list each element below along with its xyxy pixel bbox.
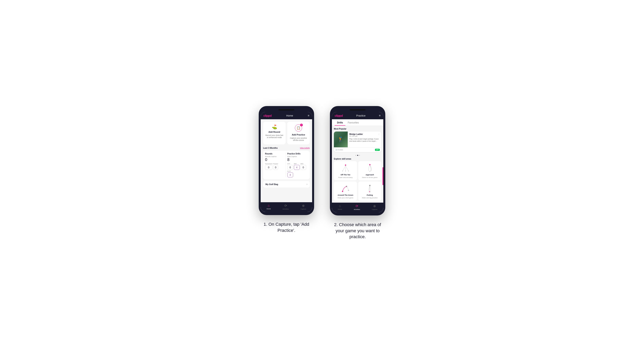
dots-indicator (334, 154, 381, 157)
ott-value: 0 (288, 166, 292, 169)
phone1-notch (278, 109, 294, 110)
drill-star-icon[interactable]: ☆ (378, 133, 380, 135)
practice-label: Practice (273, 163, 278, 165)
drill-name: Wedge Ladder (349, 133, 363, 135)
phone2-nav-capture[interactable]: ⊕ Capture (372, 204, 378, 210)
drills-capture-label: Drills Capture (288, 156, 306, 158)
stats-section-header: Last 3 Months View Activity (263, 147, 310, 149)
practice-content: Drills Favourites Most Popular 🏌️ (332, 119, 383, 203)
phone1-section: clippd Home ≡ ⛳ Add Round Record your sh… (259, 106, 314, 234)
svg-line-1 (342, 166, 346, 171)
my-golf-bag[interactable]: My Golf Bag › (263, 181, 310, 188)
drill-thumbnail: 🏌️ (334, 132, 348, 147)
stats-row: Rounds Rounds Capture 0 Tournament 0 (265, 153, 308, 177)
putt-value: 4 (288, 173, 292, 176)
add-round-desc: Record your shots fast or enhanced mode (265, 134, 284, 139)
ott-box: 0 (288, 165, 293, 170)
capture-nav-label: Capture (301, 208, 306, 210)
practice-box: 0 (273, 165, 278, 170)
tournament-label: Tournament (265, 163, 272, 165)
phone1-title: Home (286, 114, 293, 117)
svg-point-0 (345, 165, 346, 166)
drill-golfer-icon: 🏌️ (338, 137, 344, 142)
rounds-mini-grid: Tournament 0 Practice 0 (265, 163, 284, 170)
rounds-title: Rounds (265, 153, 284, 155)
putt-box: 4 (288, 173, 293, 177)
skill-card-around-the-green[interactable]: Around The Green Hone your short game (334, 181, 357, 201)
phone2-activities-nav-icon: ⟳ (356, 204, 358, 208)
phone2-menu-icon[interactable]: ≡ (379, 114, 380, 117)
rounds-col: Rounds Rounds Capture 0 Tournament 0 (265, 153, 286, 177)
add-practice-desc: Capture your practice off-the-course (289, 137, 308, 142)
view-activity-link[interactable]: View Activity (300, 147, 310, 149)
skill-desc-atg: Hone your short game (338, 197, 353, 199)
svg-point-7 (369, 164, 370, 165)
rounds-capture-value: 0 (265, 158, 284, 162)
add-practice-card[interactable]: 📋 ! Add Practice Capture your practice o… (287, 122, 310, 144)
accent-bar (382, 167, 383, 185)
phone2-frame: clippd Practice ≡ Drills Favourites Most… (330, 106, 385, 215)
stats-card: Rounds Rounds Capture 0 Tournament 0 (263, 151, 310, 179)
phone1-header: clippd Home ≡ (261, 112, 312, 119)
skill-card-approach[interactable]: Approach Dial-in to hit the green (358, 161, 381, 180)
drill-card-inner: 🏌️ Wedge Ladder ☆ 50–100 yds Play 1 shot… (334, 132, 381, 147)
practice-badge: ! (300, 124, 303, 126)
svg-point-13 (369, 191, 370, 192)
capture-nav-icon: ⊕ (302, 204, 304, 207)
skill-desc-putting: Make and lag practice (362, 197, 378, 199)
skill-name-putting: Putting (367, 194, 373, 196)
chevron-right-icon: › (306, 183, 307, 186)
putt-label: PUTT (288, 171, 293, 172)
featured-drill-card[interactable]: 🏌️ Wedge Ladder ☆ 50–100 yds Play 1 shot… (334, 132, 381, 152)
phone2-capture-nav-icon: ⊕ (373, 204, 376, 208)
svg-point-4 (342, 171, 343, 172)
drills-col: Practice Drills Drills Capture 8 OTT 0 (288, 153, 308, 177)
add-practice-icon: 📋 (296, 126, 300, 130)
phone1-menu-icon[interactable]: ≡ (308, 114, 309, 117)
skill-card-putting[interactable]: Putting Make and lag practice (358, 181, 381, 201)
off-the-tee-diagram (340, 163, 350, 173)
drills-capture-value: 8 (288, 158, 306, 162)
tab-favourites[interactable]: Favourites (345, 119, 361, 126)
add-practice-title: Add Practice (292, 134, 305, 136)
phone2-nav-activities[interactable]: ⟳ Activities (354, 204, 360, 210)
dot-2 (357, 155, 358, 156)
skill-card-off-the-tee[interactable]: Off The Tee Power and accuracy (334, 161, 357, 180)
drill-footer: 🕐 9 shots APP (334, 147, 381, 152)
shots-count-text: 9 shots (338, 149, 343, 151)
svg-line-3 (346, 166, 348, 171)
my-golf-bag-title: My Golf Bag (266, 183, 278, 185)
skill-name-approach: Approach (366, 174, 374, 176)
phone2-section: clippd Practice ≡ Drills Favourites Most… (330, 106, 385, 240)
phone2-logo: clippd (335, 114, 343, 117)
phone2-nav-home[interactable]: ⌂ Home (338, 204, 342, 210)
phone2-title: Practice (356, 114, 366, 117)
phone2-capture-nav-label: Capture (372, 208, 378, 210)
phone2-bottom-nav: ⌂ Home ⟳ Activities ⊕ Capture (332, 203, 383, 212)
practice-body: Most Popular 🏌️ Wedge Ladder (332, 126, 383, 203)
phone2-screen: clippd Practice ≡ Drills Favourites Most… (332, 112, 383, 212)
dot-3 (359, 155, 360, 156)
add-round-icon: ⛳ (272, 124, 277, 130)
home-nav-label: Home (266, 208, 271, 210)
explore-label: Explore skill areas (334, 158, 381, 160)
dot-1 (356, 155, 356, 156)
skill-name-atg: Around The Green (338, 194, 353, 196)
activities-nav-label: Activities (283, 208, 289, 210)
phone1-screen: clippd Home ≡ ⛳ Add Round Record your sh… (261, 112, 312, 212)
add-round-card[interactable]: ⛳ Add Round Record your shots fast or en… (263, 122, 286, 144)
app-box: 4 (294, 165, 300, 170)
nav-capture[interactable]: ⊕ Capture (301, 204, 306, 210)
home-nav-icon: ⌂ (268, 204, 270, 207)
tab-drills[interactable]: Drills (335, 119, 345, 126)
add-round-title: Add Round (268, 131, 280, 133)
drills-mini-grid: OTT 0 APP 4 (288, 163, 306, 177)
tournament-box: 0 (265, 165, 272, 170)
most-popular-label: Most Popular (334, 128, 381, 130)
approach-diagram (365, 163, 375, 173)
phone1-frame: clippd Home ≡ ⛳ Add Round Record your sh… (259, 106, 314, 215)
nav-home[interactable]: ⌂ Home (266, 204, 271, 210)
nav-activities[interactable]: ⟳ Activities (283, 204, 289, 210)
phone2-notch (350, 109, 366, 110)
shots-count: 🕐 9 shots (336, 149, 343, 151)
